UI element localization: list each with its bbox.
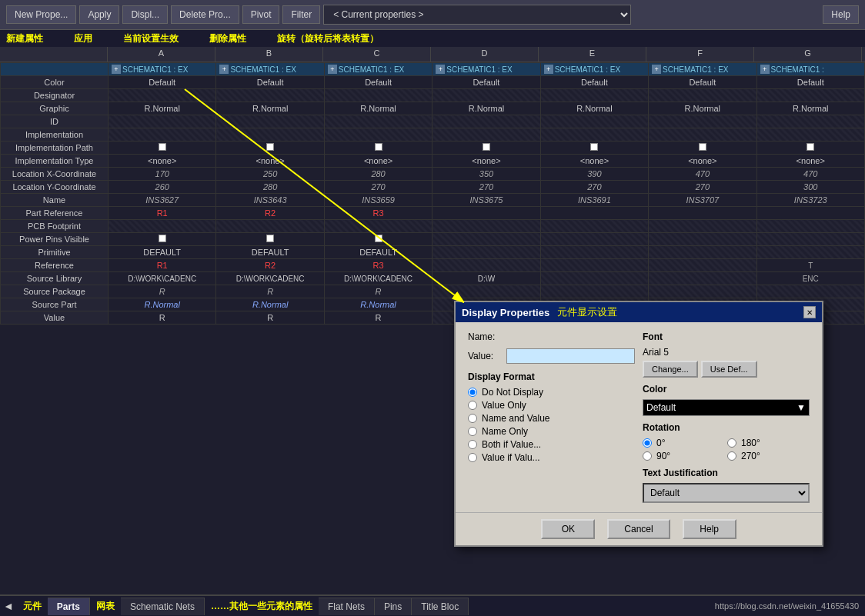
part-ref-f[interactable] — [649, 207, 756, 220]
radio-value-if-value[interactable] — [468, 453, 477, 462]
radio-do-not-display[interactable] — [468, 388, 477, 397]
loc-y-a[interactable]: 260 — [109, 181, 216, 194]
reference-d[interactable] — [432, 259, 540, 272]
loc-y-f[interactable]: 270 — [649, 181, 756, 194]
primitive-c[interactable]: DEFAULT — [324, 246, 432, 259]
color-a[interactable]: Default — [109, 76, 216, 89]
checkbox-power-pins-b[interactable] — [266, 235, 274, 242]
checkbox-impl-path-g[interactable] — [807, 143, 814, 151]
id-d[interactable] — [432, 115, 540, 128]
graphic-a[interactable]: R.Normal — [109, 102, 216, 115]
source-lib-a[interactable]: D:\WORK\CADENC — [109, 272, 216, 285]
name-a[interactable]: INS3627 — [109, 194, 216, 207]
source-lib-f[interactable] — [649, 272, 756, 285]
name-f[interactable]: INS3707 — [649, 194, 756, 207]
designator-c[interactable] — [324, 89, 432, 102]
name-e[interactable]: INS3691 — [540, 194, 648, 207]
designator-e[interactable] — [540, 89, 648, 102]
primitive-f[interactable] — [649, 246, 756, 259]
current-props-dropdown[interactable]: < Current properties > — [323, 5, 631, 25]
primitive-d[interactable] — [432, 246, 540, 259]
checkbox-impl-path-d[interactable] — [483, 143, 490, 151]
checkbox-power-pins-c[interactable] — [375, 235, 382, 242]
value-a[interactable]: R — [109, 311, 216, 325]
expand-g-button[interactable]: + — [760, 65, 770, 74]
power-pins-f[interactable] — [649, 233, 756, 246]
impl-path-b[interactable] — [216, 142, 324, 155]
pcb-f[interactable] — [649, 220, 756, 233]
apply-button[interactable]: Apply — [79, 5, 119, 24]
impl-path-d[interactable] — [432, 142, 540, 155]
color-c[interactable]: Default — [324, 76, 432, 89]
impl-e[interactable] — [540, 128, 648, 142]
source-pkg-a[interactable]: R — [109, 285, 216, 298]
filter-button[interactable]: Filter — [282, 5, 320, 24]
loc-y-b[interactable]: 280 — [216, 181, 324, 194]
graphic-d[interactable]: R.Normal — [432, 102, 540, 115]
delete-prop-button[interactable]: Delete Pro... — [171, 5, 239, 24]
id-a[interactable] — [109, 115, 216, 128]
name-d[interactable]: INS3675 — [432, 194, 540, 207]
name-b[interactable]: INS3643 — [216, 194, 324, 207]
impl-g[interactable] — [756, 128, 864, 142]
primitive-e[interactable] — [540, 246, 648, 259]
radio-name-only[interactable] — [468, 427, 477, 436]
reference-a[interactable]: R1 — [109, 259, 216, 272]
impl-type-e[interactable]: <none> — [540, 155, 648, 168]
tab-parts[interactable]: Parts — [48, 598, 90, 615]
graphic-e[interactable]: R.Normal — [540, 102, 648, 115]
source-pkg-f[interactable] — [649, 285, 756, 298]
reference-b[interactable]: R2 — [216, 259, 324, 272]
reference-e[interactable] — [540, 259, 648, 272]
modal-close-button[interactable]: ✕ — [803, 306, 816, 318]
impl-path-g[interactable] — [756, 142, 864, 155]
source-lib-c[interactable]: D:\WORK\CADENC — [324, 272, 432, 285]
checkbox-impl-path-c[interactable] — [375, 143, 382, 151]
loc-y-c[interactable]: 270 — [324, 181, 432, 194]
source-part-b[interactable]: R.Normal — [216, 298, 324, 311]
part-ref-g[interactable] — [756, 207, 864, 220]
loc-x-f[interactable]: 470 — [649, 168, 756, 181]
id-f[interactable] — [649, 115, 756, 128]
impl-type-a[interactable]: <none> — [109, 155, 216, 168]
justify-dropdown[interactable]: Default — [643, 483, 810, 503]
primitive-b[interactable]: DEFAULT — [216, 246, 324, 259]
impl-path-c[interactable] — [324, 142, 432, 155]
pcb-c[interactable] — [324, 220, 432, 233]
pcb-e[interactable] — [540, 220, 648, 233]
designator-f[interactable] — [649, 89, 756, 102]
expand-c-button[interactable]: + — [328, 65, 337, 74]
graphic-b[interactable]: R.Normal — [216, 102, 324, 115]
color-d[interactable]: Default — [432, 76, 540, 89]
designator-a[interactable] — [109, 89, 216, 102]
checkbox-impl-path-b[interactable] — [266, 143, 274, 151]
font-use-default-button[interactable]: Use Def... — [701, 361, 757, 378]
source-lib-d[interactable]: D:\W — [432, 272, 540, 285]
source-pkg-g[interactable] — [756, 285, 864, 298]
pcb-a[interactable] — [109, 220, 216, 233]
expand-b-button[interactable]: + — [219, 65, 229, 74]
part-ref-c[interactable]: R3 — [324, 207, 432, 220]
impl-a[interactable] — [109, 128, 216, 142]
expand-e-button[interactable]: + — [544, 65, 553, 74]
source-pkg-b[interactable]: R — [216, 285, 324, 298]
loc-x-c[interactable]: 280 — [324, 168, 432, 181]
impl-type-c[interactable]: <none> — [324, 155, 432, 168]
color-e[interactable]: Default — [540, 76, 648, 89]
impl-type-g[interactable]: <none> — [756, 155, 864, 168]
power-pins-d[interactable] — [432, 233, 540, 246]
loc-y-g[interactable]: 300 — [756, 181, 864, 194]
id-e[interactable] — [540, 115, 648, 128]
impl-type-d[interactable]: <none> — [432, 155, 540, 168]
checkbox-power-pins-a[interactable] — [159, 235, 166, 242]
graphic-g[interactable]: R.Normal — [756, 102, 864, 115]
pcb-g[interactable] — [756, 220, 864, 233]
font-change-button[interactable]: Change... — [643, 361, 698, 378]
tab-arrow-left[interactable]: ◄ — [0, 600, 17, 612]
modal-help-button[interactable]: Help — [683, 519, 736, 539]
pcb-d[interactable] — [432, 220, 540, 233]
designator-b[interactable] — [216, 89, 324, 102]
power-pins-c[interactable] — [324, 233, 432, 246]
source-part-c[interactable]: R.Normal — [324, 298, 432, 311]
color-g[interactable]: Default — [756, 76, 864, 89]
